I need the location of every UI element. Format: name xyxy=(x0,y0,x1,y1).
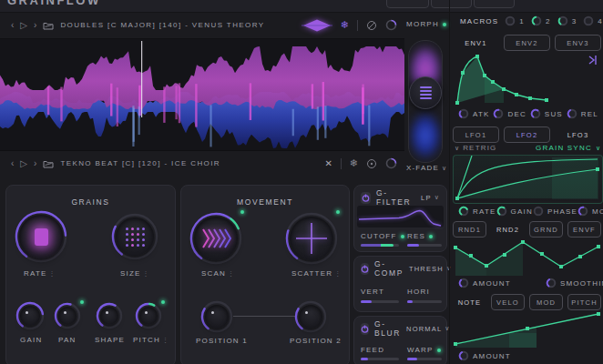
rel-knob[interactable] xyxy=(567,108,577,119)
position1-knob[interactable] xyxy=(200,300,233,333)
size-knob[interactable] xyxy=(111,213,158,260)
next-sample-icon[interactable]: › xyxy=(34,21,36,30)
prev-sample-icon[interactable]: ‹ xyxy=(11,159,14,168)
tab-env3[interactable]: ENV3 xyxy=(555,35,601,51)
macro4-knob[interactable] xyxy=(583,15,594,26)
cutoff-slider[interactable] xyxy=(361,244,399,247)
freeze-icon[interactable]: ❄ xyxy=(350,157,358,169)
position2-label: POSITION 2 xyxy=(290,337,342,345)
tab-rnd1[interactable]: RND1 xyxy=(453,221,486,238)
shape-knob[interactable] xyxy=(96,302,123,329)
pan-knob[interactable] xyxy=(54,302,81,329)
sample-b-bar: ‹ ▷ › TEKNO BEAT [C] [120] - ICE CHOIR ✕… xyxy=(0,150,404,177)
res-label: RES xyxy=(407,232,425,240)
loop-off-icon[interactable] xyxy=(366,20,377,31)
sus-knob[interactable] xyxy=(530,108,541,119)
warp-slider[interactable] xyxy=(407,358,442,360)
plugin-logo: GRAINFLOW xyxy=(7,0,101,7)
macro3-label: 3 xyxy=(572,17,577,25)
sample-a-title[interactable]: DOUBLES [C MAJOR] [140] - VENUS THEORY xyxy=(60,21,264,29)
next-sample-icon[interactable]: › xyxy=(34,159,36,168)
hori-slider[interactable] xyxy=(407,300,442,303)
dec-knob[interactable] xyxy=(493,108,504,119)
position2-knob[interactable] xyxy=(294,300,327,333)
scan-mod-dot xyxy=(240,210,244,214)
atk-knob[interactable] xyxy=(458,108,469,119)
lfo-gain-knob[interactable] xyxy=(496,206,507,217)
lfo-phase-knob[interactable] xyxy=(533,206,544,217)
grain-sync-dropdown[interactable]: GRAIN SYNC∨ xyxy=(536,144,600,152)
gcomp-mode-dropdown[interactable]: THRESH∨ xyxy=(409,265,452,273)
play-icon[interactable]: ▷ xyxy=(20,159,27,168)
divider xyxy=(357,20,358,31)
scan-menu-icon[interactable]: ⋮ xyxy=(228,270,234,278)
lfo-rate-knob[interactable] xyxy=(458,206,469,217)
waveform-display[interactable] xyxy=(0,38,404,151)
envelope-display[interactable] xyxy=(453,53,601,106)
gain-knob[interactable] xyxy=(15,301,45,330)
gblur-mode-dropdown[interactable]: NORMAL∨ xyxy=(406,325,451,333)
macro1-knob[interactable] xyxy=(505,15,516,26)
chevron-down-icon[interactable]: ∨ xyxy=(442,165,446,172)
folder-icon[interactable] xyxy=(43,21,54,30)
rnd-amount-knob[interactable] xyxy=(458,278,469,288)
close-icon[interactable]: ✕ xyxy=(324,158,332,168)
tab-velo[interactable]: VELO xyxy=(491,294,525,310)
topbar-button-stub[interactable] xyxy=(474,0,515,8)
gblur-power-icon[interactable] xyxy=(361,323,369,335)
scatter-knob[interactable] xyxy=(285,212,338,265)
topbar-button-stub[interactable] xyxy=(386,0,429,8)
lfo-knob-row: RATE GAIN PHASE MOD xyxy=(458,206,598,217)
tab-pitch[interactable]: PITCH xyxy=(567,294,601,310)
rnd-display[interactable] xyxy=(453,238,601,276)
hori-label: HORI xyxy=(407,288,430,296)
tab-lfo3[interactable]: LFO3 xyxy=(555,126,601,143)
rate-menu-icon[interactable]: ⋮ xyxy=(49,270,56,278)
vert-slider[interactable] xyxy=(361,300,399,303)
xfade-handle[interactable] xyxy=(409,76,442,109)
filter-curve-display xyxy=(357,206,444,228)
mod-matrix-tabs: NOTE VELO MOD PITCH xyxy=(453,294,601,310)
pitch-menu-icon[interactable]: ⋮ xyxy=(162,337,169,344)
scatter-menu-icon[interactable]: ⋮ xyxy=(334,270,341,278)
gain-knob-icon[interactable] xyxy=(385,19,397,31)
gain-knob-icon[interactable] xyxy=(385,157,397,169)
macro3-knob[interactable] xyxy=(557,15,568,26)
macro2-knob[interactable] xyxy=(531,15,542,26)
gfilter-mode-dropdown[interactable]: LP∨ xyxy=(421,194,440,202)
res-slider[interactable] xyxy=(407,244,442,247)
gcomp-power-icon[interactable] xyxy=(361,263,369,275)
topbar-button-stub[interactable] xyxy=(431,0,472,8)
tab-mod[interactable]: MOD xyxy=(529,294,563,310)
sample-b-title[interactable]: TEKNO BEAT [C] [120] - ICE CHOIR xyxy=(60,159,220,167)
loop-icon[interactable] xyxy=(366,158,377,169)
freeze-icon[interactable]: ❄ xyxy=(341,19,349,31)
mod-matrix-display[interactable] xyxy=(453,311,601,348)
tab-lfo1[interactable]: LFO1 xyxy=(453,126,499,143)
play-icon[interactable]: ▷ xyxy=(20,21,27,30)
lfo-display[interactable] xyxy=(453,155,603,204)
rate-knob[interactable] xyxy=(15,210,67,263)
layer-b-glow xyxy=(408,104,443,163)
tab-note[interactable]: NOTE xyxy=(453,294,486,310)
gfilter-power-icon[interactable] xyxy=(361,192,371,204)
smoothing-knob[interactable] xyxy=(546,278,557,288)
tab-env2[interactable]: ENV2 xyxy=(504,35,550,51)
macro2-label: 2 xyxy=(546,17,551,25)
mod-matrix-amount-knob[interactable] xyxy=(458,350,469,361)
prev-sample-icon[interactable]: ‹ xyxy=(11,21,14,30)
folder-icon[interactable] xyxy=(43,159,54,168)
retrig-dropdown[interactable]: ∨RETRIG xyxy=(455,144,497,152)
tab-envf[interactable]: ENVF xyxy=(567,221,601,238)
tab-lfo2[interactable]: LFO2 xyxy=(504,126,550,143)
grain-shape-icon[interactable] xyxy=(302,18,332,33)
tab-grnd[interactable]: GRND xyxy=(529,221,563,238)
scan-knob[interactable] xyxy=(189,212,242,265)
feed-slider[interactable] xyxy=(361,358,399,360)
tab-rnd2[interactable]: RND2 xyxy=(491,221,525,238)
pitch-knob[interactable] xyxy=(135,302,162,329)
scatter-label: SCATTER xyxy=(291,269,332,278)
lfo-mod-knob[interactable] xyxy=(577,206,588,217)
tab-env1[interactable]: ENV1 xyxy=(453,35,499,51)
size-menu-icon[interactable]: ⋮ xyxy=(143,270,149,278)
